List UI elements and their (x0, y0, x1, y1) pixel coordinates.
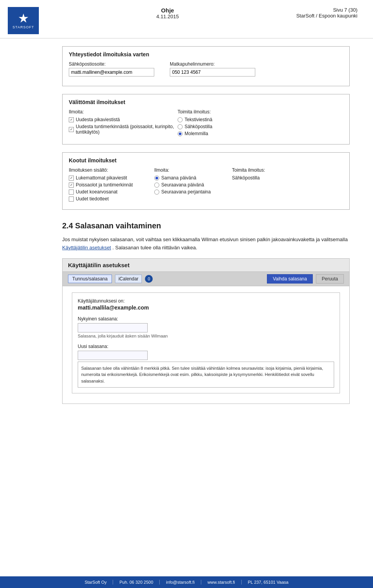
valittomatilmoitukset-title: Välittömät ilmoitukset (69, 99, 343, 105)
kootut-radio1-label: Samana päivänä (161, 175, 196, 181)
kootut-checkbox1-icon[interactable] (69, 176, 74, 181)
peruuta-button[interactable]: Peruuta (316, 274, 344, 284)
logo-box: ★ STARSOFT (8, 7, 39, 34)
kootut-checkbox4-label: Uudet tiedotteet (76, 196, 109, 202)
yhteystiedot-section: Yhteystiedot ilmoituksia varten Sähköpos… (62, 46, 350, 86)
kootut-checkbox2: Poissaolot ja tuntimerkinnät (69, 182, 154, 188)
page-footer: StarSoft Oy Puh. 06 320 2500 info@starso… (0, 576, 373, 588)
checkbox-pikaviesti-icon[interactable] (69, 117, 74, 122)
email-input[interactable] (69, 68, 154, 77)
kootut-radio3-icon[interactable] (154, 190, 159, 195)
notify-col-ilmoita: Ilmoita: Uudesta pikaviestistä Uudesta t… (69, 109, 178, 138)
kootut-col3-header: Toimita ilmoitus: (232, 167, 343, 173)
radio-sahkopostilla-label: Sähköpostilla (185, 124, 212, 129)
kootut-radio2-icon[interactable] (154, 183, 159, 188)
section-24-heading: 2.4 Salasanan vaihtaminen (62, 221, 350, 230)
checkbox-tuntimerkinta-icon[interactable] (69, 127, 74, 132)
footer-address: PL 237, 65101 Vaasa (242, 580, 295, 585)
radio-tekstiviestina-label: Tekstiviestinä (185, 117, 212, 122)
current-password-input[interactable] (78, 323, 148, 332)
notify-col-toimita: Toimita ilmoitus: Tekstiviestinä Sähköpo… (178, 109, 343, 138)
kootut-col1-header: Ilmoituksen sisältö: (69, 167, 154, 173)
contact-form-row: Sähköpostiosoite: Matkapuhelinnumero: (69, 61, 343, 77)
radio-molemmilla-icon[interactable] (178, 131, 183, 136)
radio-sahkopostilla: Sähköpostilla (178, 124, 343, 129)
yhteystiedot-title: Yhteystiedot ilmoituksia varten (69, 51, 343, 57)
header-date: 4.11.2015 (39, 14, 296, 19)
radio-molemmilla: Molemmilla (178, 131, 343, 136)
phone-input[interactable] (170, 68, 255, 77)
body-text2: . Salasanan tulee olla riittävän vaikea. (112, 245, 197, 251)
current-password-hint: Salasana, jolla kirjauduit äsken sisään … (78, 334, 334, 338)
new-password-label: Uusi salasana: (78, 344, 334, 349)
body-text1: Jos muistat nykyisen salasanan, voit vai… (62, 237, 348, 242)
email-field-group: Sähköpostiosoite: (69, 61, 154, 77)
password-hint-box: Salasanan tulee olla vähintään 8 merkkiä… (78, 362, 334, 388)
checkbox-pikaviesti-label: Uudesta pikaviestistä (76, 117, 120, 122)
checkbox-uusi-tuntimerkinta: Uudesta tuntimerkinnästä (poissaolot, ku… (69, 124, 178, 135)
kootut-toimita-value: Sähköpostilla (232, 175, 343, 181)
kayttajatilin-content-box: Käyttäjätunnuksesi on: matti.mallila@exa… (72, 292, 340, 394)
username-label: Käyttäjätunnuksesi on: (78, 298, 334, 304)
page-header: ★ STARSOFT Ohje 4.11.2015 Sivu 7 (30) St… (0, 0, 373, 38)
kootut-checkbox3-label: Uudet koearvosanat (76, 189, 117, 195)
company-name: StarSoft / Espoon kaupunki (296, 13, 357, 19)
kootut-grid: Ilmoituksen sisältö: Lukemattomat pikavi… (69, 167, 343, 203)
kayttajatilin-inner: Käyttäjätunnuksesi on: matti.mallila@exa… (63, 286, 349, 404)
logo-text: STARSOFT (12, 25, 34, 29)
username-value: matti.mallila@example.com (78, 304, 334, 311)
kootut-radio3: Seuraavana perjantaina (154, 189, 232, 195)
kootut-radio3-label: Seuraavana perjantaina (161, 189, 211, 195)
header-center: Ohje 4.11.2015 (39, 7, 296, 19)
ilmoita-col-header: Ilmoita: (69, 109, 178, 115)
footer-email: info@starsoft.fi (160, 580, 201, 585)
kootut-checkbox3-icon[interactable] (69, 190, 74, 195)
email-label: Sähköpostiosoite: (69, 61, 154, 67)
kootut-radio2-label: Seuraavana päivänä (161, 182, 204, 188)
kootut-checkbox4-icon[interactable] (69, 197, 74, 202)
kootut-col2-header: Ilmoita: (154, 167, 232, 173)
kootut-checkbox4: Uudet tiedotteet (69, 196, 154, 202)
body-paragraph: Jos muistat nykyisen salasanan, voit vai… (62, 236, 350, 252)
kayttajatilin-toolbar: Tunnus/salasana iCalendar 0 Vaihda salas… (63, 272, 349, 286)
kootut-checkbox2-label: Poissaolot ja tuntimerkinnät (76, 182, 133, 188)
header-title: Ohje (39, 7, 296, 14)
radio-molemmilla-label: Molemmilla (185, 131, 208, 136)
kootut-radio1: Samana päivänä (154, 175, 232, 181)
vaihda-salasana-button[interactable]: Vaihda salasana (267, 274, 313, 284)
kayttajatilin-header: Käyttäjätilin asetukset (63, 259, 349, 272)
kootut-checkbox1: Lukemattomat pikaviestit (69, 175, 154, 181)
radio-sahkopostilla-icon[interactable] (178, 124, 183, 129)
kayttajatilin-panel: Käyttäjätilin asetukset Tunnus/salasana … (62, 258, 350, 404)
notify-grid: Ilmoita: Uudesta pikaviestistä Uudesta t… (69, 109, 343, 138)
valittomatilmoitukset-section: Välittömät ilmoitukset Ilmoita: Uudesta … (62, 94, 350, 144)
phone-field-group: Matkapuhelinnumero: (170, 61, 255, 77)
footer-website: www.starsoft.fi (201, 580, 242, 585)
kootut-checkbox2-icon[interactable] (69, 183, 74, 188)
kootut-col2: Ilmoita: Samana päivänä Seuraavana päivä… (154, 167, 232, 203)
toimita-col-header: Toimita ilmoitus: (178, 109, 343, 115)
kootut-checkbox1-label: Lukemattomat pikaviestit (76, 175, 127, 181)
tab-tunnus-salasana[interactable]: Tunnus/salasana (68, 275, 112, 283)
main-content: Yhteystiedot ilmoituksia varten Sähköpos… (0, 38, 373, 412)
kootut-col1: Ilmoituksen sisältö: Lukemattomat pikavi… (69, 167, 154, 203)
page-number: Sivu 7 (30) (296, 7, 357, 13)
logo-area: ★ STARSOFT (8, 7, 39, 34)
kootut-col3: Toimita ilmoitus: Sähköpostilla (232, 167, 343, 203)
checkbox-tuntimerkinta-label: Uudesta tuntimerkinnästä (poissaolot, ku… (76, 124, 178, 135)
kootut-checkbox3: Uudet koearvosanat (69, 189, 154, 195)
kootut-radio1-icon[interactable] (154, 176, 159, 181)
footer-company: StarSoft Oy (78, 580, 113, 585)
checkbox-uusi-pikaviesti: Uudesta pikaviestistä (69, 117, 178, 122)
kootut-radio2: Seuraavana päivänä (154, 182, 232, 188)
tab-icalendar[interactable]: iCalendar (115, 275, 142, 283)
body-link[interactable]: Käyttäjätilin asetukset (62, 245, 111, 251)
kootutilmoitukset-title: Kootut ilmoitukset (69, 157, 343, 164)
footer-phone: Puh. 06 320 2500 (113, 580, 160, 585)
badge-count: 0 (145, 275, 153, 283)
phone-label: Matkapuhelinnumero: (170, 61, 255, 67)
radio-tekstiviestina-icon[interactable] (178, 117, 183, 122)
radio-tekstiviestina: Tekstiviestinä (178, 117, 343, 122)
current-password-label: Nykyinen salasana: (78, 316, 334, 322)
new-password-input[interactable] (78, 351, 148, 360)
